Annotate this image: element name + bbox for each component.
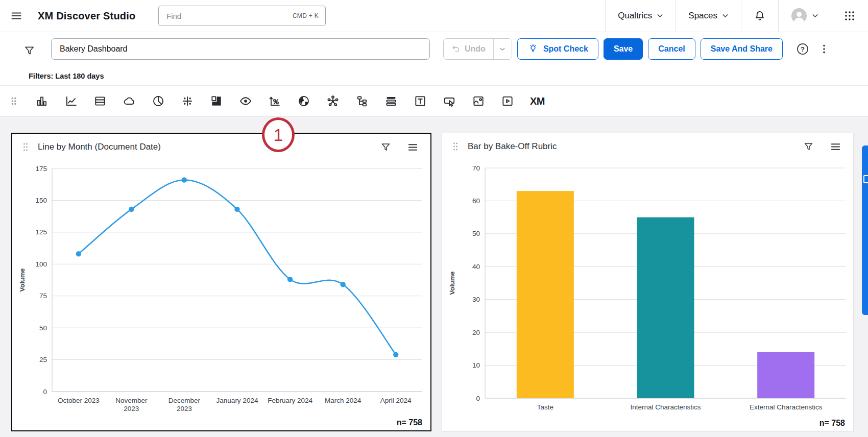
annotation-number: 1	[274, 125, 283, 145]
spaces-menu-label: Spaces	[688, 11, 717, 21]
widget-toolbar: XM	[0, 86, 868, 116]
spot-check-button[interactable]: Spot Check	[517, 38, 598, 60]
svg-text:60: 60	[472, 197, 480, 205]
menu-icon	[830, 141, 841, 152]
widget-filter-button[interactable]	[801, 139, 816, 154]
svg-text:?: ?	[801, 45, 805, 53]
undo-split-button: Undo	[443, 38, 512, 60]
global-search[interactable]: CMD + K	[158, 6, 326, 26]
side-panel-handle[interactable]	[862, 145, 868, 315]
cancel-button[interactable]: Cancel	[648, 38, 695, 60]
bar-chart-area: 010203040506070VolumeTasteInternal Chara…	[442, 160, 853, 431]
qualtrics-menu-label: Qualtrics	[618, 11, 652, 21]
widget-bar-chart[interactable]: Bar by Bake-Off Rubric 010203040506070Vo…	[442, 133, 854, 431]
eye-icon[interactable]	[239, 94, 252, 108]
svg-text:40: 40	[472, 263, 480, 271]
chevron-down-icon	[812, 13, 818, 19]
text-box-icon[interactable]	[414, 94, 427, 108]
undo-button[interactable]: Undo	[444, 39, 493, 59]
dashboard-title-input[interactable]	[51, 38, 430, 60]
annotation-badge-1: 1	[262, 117, 295, 152]
svg-text:Taste: Taste	[537, 403, 553, 411]
app-title: XM Discover Studio	[38, 10, 135, 22]
account-menu[interactable]	[778, 0, 831, 32]
kebab-menu-icon	[818, 43, 830, 55]
svg-text:External Characteristics: External Characteristics	[750, 403, 823, 411]
drag-handle-icon[interactable]	[452, 142, 459, 151]
line-chart: 0255075100125150175VolumeOctober 2023Nov…	[12, 160, 430, 430]
image-widget-icon[interactable]	[472, 94, 485, 108]
panel-icon	[863, 175, 868, 183]
more-options-button[interactable]	[816, 41, 832, 57]
dashboard-canvas: Line by Month (Document Date) 0255075100…	[0, 116, 868, 437]
widget-header: Line by Month (Document Date)	[12, 134, 430, 160]
bell-icon	[754, 10, 766, 22]
xm-widget-button[interactable]: XM	[530, 95, 545, 107]
widget-menu-button[interactable]	[828, 139, 843, 154]
drag-handle-icon[interactable]	[8, 94, 19, 108]
svg-text:75: 75	[39, 292, 47, 300]
sample-size-label: n= 758	[397, 418, 422, 427]
spaces-menu[interactable]: Spaces	[676, 0, 741, 32]
widget-actions	[801, 139, 843, 154]
save-button[interactable]: Save	[604, 38, 643, 60]
filter-icon	[380, 142, 391, 153]
save-and-share-button[interactable]: Save And Share	[701, 38, 783, 60]
widget-menu-button[interactable]	[405, 140, 420, 155]
svg-text:100: 100	[35, 260, 47, 268]
top-nav: Qualtrics Spaces	[605, 0, 868, 32]
svg-text:February 2024: February 2024	[268, 397, 312, 404]
svg-text:Internal Characteristics: Internal Characteristics	[630, 403, 701, 411]
grid-icon	[843, 10, 856, 22]
main-menu-button[interactable]	[8, 8, 25, 24]
button-widget-icon[interactable]	[443, 94, 456, 108]
svg-text:November2023: November2023	[115, 397, 148, 412]
chevron-down-icon	[657, 13, 663, 19]
help-button[interactable]: ?	[794, 40, 811, 58]
word-cloud-icon[interactable]	[123, 94, 136, 108]
avatar	[791, 8, 807, 24]
bar-chart-icon[interactable]	[35, 94, 49, 108]
widget-header: Bar by Bake-Off Rubric	[442, 133, 853, 160]
svg-text:10: 10	[472, 361, 480, 369]
svg-text:0: 0	[476, 395, 480, 402]
svg-text:20: 20	[472, 329, 480, 336]
undo-label: Undo	[465, 44, 486, 54]
table-icon[interactable]	[93, 94, 107, 108]
widget-actions	[378, 140, 420, 155]
qualtrics-menu[interactable]: Qualtrics	[605, 0, 676, 32]
scatter-plot-icon[interactable]	[181, 94, 194, 108]
chevron-down-icon	[499, 46, 505, 52]
app-launcher-button[interactable]	[831, 0, 868, 32]
svg-text:0: 0	[43, 388, 47, 396]
network-icon[interactable]	[326, 94, 340, 108]
hierarchy-icon[interactable]	[355, 94, 369, 108]
menu-icon	[407, 142, 418, 153]
svg-text:October 2023: October 2023	[58, 397, 100, 404]
svg-text:175: 175	[35, 165, 47, 173]
metric-percent-icon[interactable]	[268, 94, 281, 108]
widget-title: Line by Month (Document Date)	[38, 142, 161, 152]
search-input[interactable]	[165, 11, 293, 21]
svg-text:30: 30	[472, 296, 480, 303]
pie-chart-icon[interactable]	[152, 94, 165, 108]
widget-title: Bar by Bake-Off Rubric	[468, 141, 557, 152]
svg-text:150: 150	[35, 197, 47, 204]
undo-history-button[interactable]	[493, 39, 512, 59]
bar-chart: 010203040506070VolumeTasteInternal Chara…	[442, 160, 853, 430]
stacked-bars-icon[interactable]	[384, 94, 398, 108]
notifications-button[interactable]	[741, 0, 778, 32]
drag-handle-icon[interactable]	[22, 142, 29, 152]
filters-summary: Filters: Last 180 days	[29, 72, 104, 80]
treemap-icon[interactable]	[210, 94, 223, 108]
hamburger-icon	[10, 10, 22, 22]
widget-filter-button[interactable]	[378, 140, 393, 155]
world-map-icon[interactable]	[297, 94, 310, 108]
undo-icon	[451, 44, 461, 54]
dashboard-filter-button[interactable]	[21, 43, 37, 59]
video-widget-icon[interactable]	[501, 94, 514, 108]
widget-line-chart[interactable]: Line by Month (Document Date) 0255075100…	[11, 133, 431, 431]
line-chart-icon[interactable]	[64, 94, 78, 108]
line-chart-area: 0255075100125150175VolumeOctober 2023Nov…	[12, 160, 430, 430]
svg-text:December2023: December2023	[168, 397, 201, 412]
